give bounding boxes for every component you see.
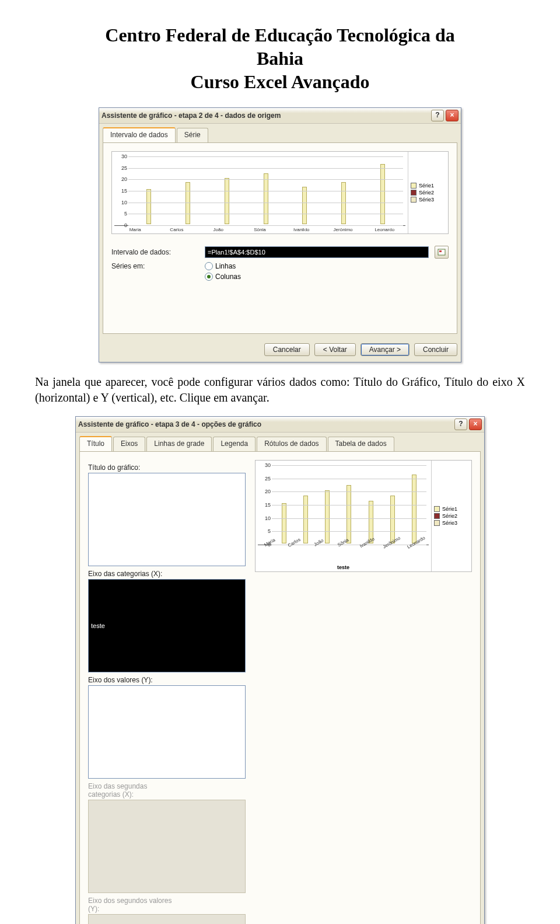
chart-legend: Série1 Série2 Série3 [408,152,448,233]
radio-columns[interactable]: Colunas [205,273,241,281]
radio-icon [205,273,213,281]
dialog-titlebar: Assistente de gráfico - etapa 2 de 4 - d… [99,108,461,124]
title-line2: Bahia [35,47,525,70]
chart-preview-column: 051015202530 MariaCarlosJoãoSôniaIvanild… [255,460,472,924]
chart-preview: 051015202530 MariaCarlosJoãoSôniaIvanild… [111,151,449,234]
value-y-input[interactable] [88,685,246,779]
series-in-label: Séries em: [111,262,199,270]
paragraph-config: Na janela que aparecer, você pode config… [35,374,525,406]
dialog-buttons: Cancelar < Voltar Avançar > Concluir [99,337,461,362]
tab-gridlines[interactable]: Linhas de grade [146,437,212,451]
finish-button[interactable]: Concluir [414,343,457,356]
tabstrip: Intervalo de dados Série [99,124,461,142]
swatch-2 [411,190,416,196]
tab-data-labels[interactable]: Rótulos de dados [257,437,326,451]
plot-area: 051015202530 [258,465,429,545]
page-title: Centro Federal de Educação Tecnológica d… [35,23,525,93]
titles-form: Título do gráfico: Eixo das categorias (… [88,460,246,924]
svg-rect-1 [439,250,442,252]
cancel-button[interactable]: Cancelar [264,343,310,356]
swatch-3 [411,197,416,203]
dialog-title: Assistente de gráfico - etapa 2 de 4 - d… [102,111,429,120]
swatch-1 [434,506,440,512]
title-line3: Curso Excel Avançado [35,70,525,93]
value-y-label: Eixo dos valores (Y): [88,676,176,684]
swatch-1 [411,183,416,189]
plot-area: 051015202530 [114,156,405,225]
chart-area: 051015202530 MariaCarlosJoãoSôniaIvanild… [112,152,408,233]
dialog-titlebar: Assistente de gráfico - etapa 3 de 4 - o… [76,417,484,433]
x-axis: MariaCarlosJoãoSôniaIvanildoJerônimoLeon… [114,225,405,232]
legend-series3: Série3 [411,197,446,203]
chart-title-label: Título do gráfico: [88,463,176,472]
swatch-2 [434,513,440,519]
next-button[interactable]: Avançar > [360,343,410,356]
x-axis-title: teste [258,563,429,570]
chart-title-input[interactable] [88,473,246,566]
title-line1: Centro Federal de Educação Tecnológica d… [35,23,525,47]
dialog-title: Assistente de gráfico - etapa 3 de 4 - o… [78,420,453,428]
secondary-cat-input [88,800,246,893]
secondary-val-label: Eixo dos segundos valores (Y): [88,897,176,913]
tab-title[interactable]: Título [79,436,112,451]
swatch-3 [434,520,440,526]
x-axis: MariaCarlosJoãoSôniaIvanildoJerônimoLeon… [258,545,429,563]
category-x-input[interactable]: teste [88,579,246,672]
legend-series1: Série1 [411,183,446,189]
close-button[interactable]: × [446,110,459,121]
secondary-val-input [88,914,246,924]
chart-legend: Série1 Série2 Série3 [431,461,471,571]
legend-series3: Série3 [434,520,469,526]
tabstrip: Título Eixos Linhas de grade Legenda Rót… [76,433,484,451]
back-button[interactable]: < Voltar [314,343,356,356]
data-range-label: Intervalo de dados: [111,248,199,256]
radio-lines[interactable]: Linhas [205,262,236,270]
tab-data-range[interactable]: Intervalo de dados [103,127,176,142]
close-button[interactable]: × [469,419,482,430]
legend-series1: Série1 [434,506,469,512]
tab-series[interactable]: Série [177,128,208,142]
chart-wizard-step3-dialog: Assistente de gráfico - etapa 3 de 4 - o… [75,416,485,924]
range-picker-icon[interactable] [435,246,449,259]
data-range-row: Intervalo de dados: =Plan1!$A$4:$D$10 [111,246,449,259]
tab-legend[interactable]: Legenda [213,437,256,451]
tabpane: Título do gráfico: Eixo das categorias (… [79,451,481,924]
radio-icon [205,262,213,270]
legend-series2: Série2 [434,513,469,519]
help-button[interactable]: ? [454,419,467,430]
series-in-row: Séries em: Linhas Colunas [111,262,449,281]
chart-wizard-step2-dialog: Assistente de gráfico - etapa 2 de 4 - d… [99,107,461,362]
category-x-label: Eixo das categorias (X): [88,570,176,578]
data-range-input[interactable]: =Plan1!$A$4:$D$10 [205,246,429,258]
secondary-cat-label: Eixo das segundas categorias (X): [88,782,176,799]
help-button[interactable]: ? [431,110,444,121]
tabpane: 051015202530 MariaCarlosJoãoSôniaIvanild… [103,142,457,334]
tab-axes[interactable]: Eixos [113,437,145,451]
tab-data-table[interactable]: Tabela de dados [328,437,394,451]
legend-series2: Série2 [411,190,446,196]
